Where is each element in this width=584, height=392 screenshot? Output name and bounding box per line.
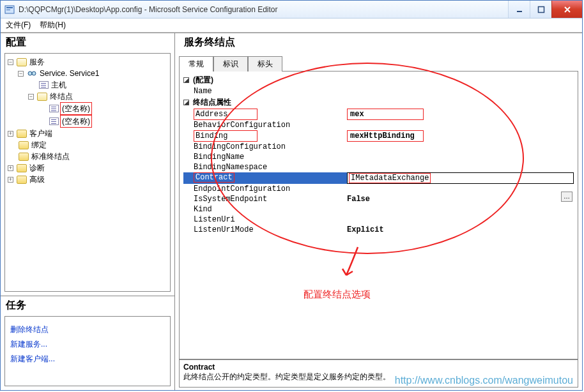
tree-endpoint-1[interactable]: (空名称) (38, 102, 169, 115)
prop-is-system-endpoint[interactable]: IsSystemEndpointFalse (183, 194, 574, 204)
task-delete-endpoint[interactable]: 删除终结点 (10, 324, 165, 335)
titlebar[interactable]: D:\QQPCMgr(1)\Desktop\App.config - Micro… (1, 1, 582, 19)
window-frame: D:\QQPCMgr(1)\Desktop\App.config - Micro… (0, 0, 583, 391)
group-config[interactable]: ◢(配置) (183, 74, 574, 86)
content-area: 配置 −服务 −Service. Service1 主机 −终结点 (1, 33, 582, 390)
tree-services[interactable]: −服务 (8, 56, 169, 68)
svg-point-5 (28, 72, 32, 75)
tab-identity[interactable]: 标识 (213, 56, 248, 72)
menu-help[interactable]: 帮助(H) (40, 20, 66, 31)
config-tree[interactable]: −服务 −Service. Service1 主机 −终结点 (空名称) (空 (4, 53, 171, 292)
svg-rect-1 (6, 7, 13, 8)
tab-headers[interactable]: 标头 (248, 56, 282, 72)
prop-kind[interactable]: Kind (183, 204, 574, 215)
tree-endpoints[interactable]: −终结点 (28, 91, 169, 102)
service-icon (27, 69, 37, 78)
close-button[interactable] (551, 1, 582, 18)
task-new-service[interactable]: 新建服务... (10, 339, 165, 350)
prop-contract[interactable]: ContractIMetadataExchange (183, 172, 574, 184)
menubar: 文件(F) 帮助(H) (1, 19, 582, 33)
prop-binding[interactable]: BindingmexHttpBinding (183, 130, 574, 142)
app-icon (4, 4, 15, 15)
left-panel: 配置 −服务 −Service. Service1 主机 −终结点 (1, 33, 175, 390)
prop-endpoint-config[interactable]: EndpointConfiguration (183, 184, 574, 194)
endpoint-icon (49, 117, 59, 125)
task-new-client[interactable]: 新建客户端... (10, 354, 165, 365)
prop-name[interactable]: Name (183, 86, 574, 96)
prop-address[interactable]: Addressmex (183, 109, 574, 120)
group-ep-attr[interactable]: ◢终结点属性 (183, 96, 574, 109)
prop-binding-name[interactable]: BindingName (183, 152, 574, 162)
svg-rect-3 (517, 11, 522, 12)
browse-button[interactable]: … (561, 192, 572, 202)
tasks-header: 任务 (1, 296, 174, 316)
tasks-panel: 任务 删除终结点 新建服务... 新建客户端... (1, 296, 174, 390)
prop-listen-uri-mode[interactable]: ListenUriModeExplicit (183, 225, 574, 235)
tree-endpoint-2[interactable]: (空名称) (38, 115, 169, 128)
tree-binding[interactable]: 绑定 (8, 139, 169, 151)
window-title: D:\QQPCMgr(1)\Desktop\App.config - Micro… (19, 5, 508, 14)
endpoint-icon (49, 105, 59, 112)
prop-listen-uri[interactable]: ListenUri (183, 215, 574, 225)
minimize-button[interactable] (508, 1, 530, 18)
svg-point-6 (32, 72, 36, 75)
host-icon (39, 81, 49, 89)
right-panel: 服务终结点 常规 标识 标头 ◢(配置) Name ◢终结点属性 Address… (175, 33, 582, 390)
menu-file[interactable]: 文件(F) (6, 20, 31, 31)
collapse-icon[interactable]: ◢ (183, 100, 189, 105)
maximize-button[interactable] (530, 1, 551, 18)
svg-rect-4 (538, 6, 544, 12)
window-buttons (508, 1, 582, 18)
watermark: http://www.cnblogs.com/wangweimutou (395, 375, 573, 386)
prop-binding-namespace[interactable]: BindingNamespace (183, 162, 574, 172)
prop-behavior-config[interactable]: BehaviorConfiguration (183, 120, 574, 130)
endpoint-header: 服务终结点 (179, 33, 578, 53)
svg-rect-2 (6, 10, 10, 10)
tree-std-endpoints[interactable]: 标准终结点 (8, 151, 169, 162)
config-header: 配置 (1, 33, 174, 53)
tree-host[interactable]: 主机 (28, 79, 169, 91)
tree-advanced[interactable]: +高级 (8, 174, 169, 185)
tab-general[interactable]: 常规 (179, 56, 213, 72)
tree-client[interactable]: +客户端 (8, 128, 169, 139)
collapse-icon[interactable]: ◢ (183, 77, 189, 83)
tree-diagnostics[interactable]: +诊断 (8, 162, 169, 174)
desc-name: Contract (183, 363, 574, 372)
tree-service1[interactable]: −Service. Service1 (18, 68, 169, 79)
property-grid[interactable]: ◢(配置) Name ◢终结点属性 Addressmex BehaviorCon… (179, 72, 578, 359)
prop-binding-config[interactable]: BindingConfiguration (183, 142, 574, 152)
tabs: 常规 标识 标头 (179, 56, 578, 72)
